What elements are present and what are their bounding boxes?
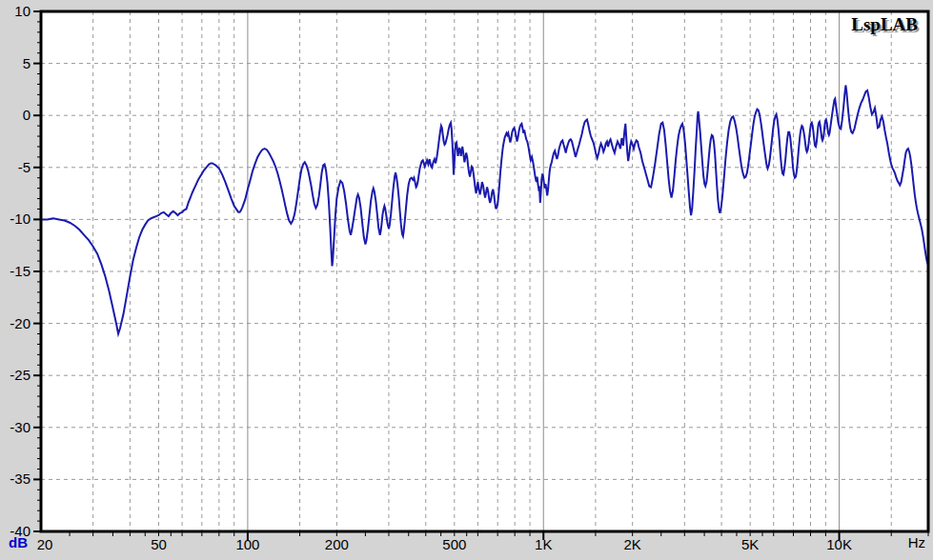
lsplab-measurement-window: 1050-5-10-15-20-25-30-35-402050100200500… [0, 0, 933, 560]
x-tick-label: 50 [151, 536, 167, 552]
x-tick-label: 1K [535, 536, 552, 552]
x-tick-label: 200 [325, 536, 349, 552]
y-tick-label: -30 [10, 419, 30, 435]
x-tick-label: 5K [741, 536, 759, 552]
x-tick-label: 20 [37, 536, 53, 552]
brand-logo: LspLAB [851, 14, 918, 35]
y-tick-label: -20 [10, 315, 30, 331]
y-tick-label: -35 [10, 470, 30, 487]
y-tick-label: -5 [18, 159, 30, 175]
y-tick-label: -10 [10, 210, 30, 227]
x-tick-label: 2K [623, 536, 640, 552]
x-axis-unit-label: Hz [908, 534, 925, 550]
x-tick-label: 500 [442, 536, 466, 552]
x-tick-label: 100 [235, 536, 259, 552]
frequency-response-chart: 1050-5-10-15-20-25-30-35-402050100200500… [0, 0, 933, 560]
y-axis-unit-label: dB [9, 534, 28, 550]
y-tick-label: 10 [14, 3, 30, 19]
y-tick-label: 5 [23, 55, 30, 71]
y-tick-label: -25 [10, 367, 30, 383]
x-tick-label: 10K [826, 536, 852, 552]
y-tick-label: -15 [10, 263, 30, 279]
y-tick-label: 0 [23, 107, 30, 123]
